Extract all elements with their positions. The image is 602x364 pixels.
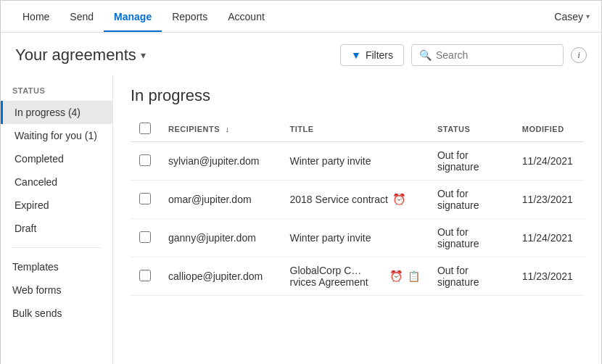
row-modified: 11/24/2021	[514, 219, 584, 257]
row-recipient: ganny@jupiter.dom	[160, 219, 281, 257]
row-title-text: Winter party invite	[290, 155, 371, 167]
row-checkbox-cell	[131, 219, 160, 257]
th-modified: MODIFIED	[514, 117, 584, 142]
sidebar-divider	[12, 247, 101, 248]
row-modified: 11/23/2021	[514, 181, 584, 219]
row-recipient: omar@jupiter.dom	[160, 181, 281, 219]
row-checkbox-1[interactable]	[139, 193, 151, 204]
row-checkbox-3[interactable]	[139, 270, 151, 281]
search-box[interactable]: 🔍	[411, 44, 564, 66]
row-status: Out for signature	[429, 257, 514, 296]
note-icon: 📋	[408, 270, 420, 282]
th-status: STATUS	[429, 117, 514, 142]
row-modified: 11/23/2021	[514, 257, 584, 296]
filter-icon: ▼	[351, 49, 361, 61]
sidebar-item-bulk-sends[interactable]: Bulk sends	[1, 302, 112, 325]
sidebar-item-expired[interactable]: Expired	[1, 194, 112, 217]
info-button[interactable]: i	[571, 47, 587, 63]
nav-items: Home Send Manage Reports Account	[12, 2, 554, 31]
agreements-title-area: Your agreements ▾	[15, 46, 146, 65]
sidebar-item-templates[interactable]: Templates	[1, 255, 112, 278]
filter-button[interactable]: ▼ Filters	[340, 44, 404, 66]
table-row: calliope@jupiter.domGlobalCorp C…rvices …	[131, 257, 584, 296]
row-status: Out for signature	[429, 219, 514, 257]
row-title: Winter party invite	[281, 142, 429, 181]
filter-button-label: Filters	[366, 49, 393, 61]
top-navigation: Home Send Manage Reports Account Casey ▾	[1, 1, 601, 33]
row-checkbox-cell	[131, 142, 160, 181]
agreements-table: RECIPIENTS ↓ TITLE STATUS MODIFIED sylvi…	[131, 117, 584, 296]
row-checkbox-2[interactable]	[139, 231, 151, 243]
search-icon: 🔍	[419, 49, 432, 61]
row-title: Winter party invite	[281, 219, 429, 257]
user-menu-caret: ▾	[586, 12, 590, 20]
table-row: sylvian@jupiter.domWinter party inviteOu…	[131, 142, 584, 181]
reminder-icon: ⏰	[389, 270, 403, 283]
row-title-text: 2018 Service contract	[290, 194, 388, 205]
nav-item-send[interactable]: Send	[59, 2, 104, 31]
reminder-icon: ⏰	[392, 193, 406, 206]
row-status: Out for signature	[429, 142, 514, 181]
row-checkbox-cell	[131, 181, 160, 219]
row-checkbox-0[interactable]	[139, 154, 151, 166]
th-recipients[interactable]: RECIPIENTS ↓	[160, 117, 281, 142]
th-recipients-label: RECIPIENTS	[168, 125, 220, 133]
sidebar-item-web-forms[interactable]: Web forms	[1, 278, 112, 302]
th-title: TITLE	[281, 117, 429, 142]
sidebar-item-draft[interactable]: Draft	[1, 217, 112, 240]
agreements-title-text: Your agreements	[15, 46, 136, 65]
table-header-row: RECIPIENTS ↓ TITLE STATUS MODIFIED	[131, 117, 584, 142]
sidebar-item-waiting[interactable]: Waiting for you (1)	[1, 124, 112, 147]
recipients-sort-icon: ↓	[226, 125, 230, 133]
row-title: GlobalCorp C…rvices Agreement⏰📋	[281, 257, 429, 296]
row-recipient: sylvian@jupiter.dom	[160, 142, 281, 181]
table-row: ganny@jupiter.domWinter party inviteOut …	[131, 219, 584, 257]
search-input[interactable]	[436, 49, 556, 61]
agreements-dropdown-chevron[interactable]: ▾	[141, 49, 146, 61]
row-checkbox-cell	[131, 257, 160, 296]
sidebar-item-completed[interactable]: Completed	[1, 147, 112, 170]
sidebar-item-canceled[interactable]: Canceled	[1, 170, 112, 194]
header-actions: ▼ Filters 🔍 i	[340, 44, 587, 66]
row-recipient: calliope@jupiter.dom	[160, 257, 281, 296]
row-title: 2018 Service contract⏰	[281, 181, 429, 219]
main-layout: STATUS In progress (4) Waiting for you (…	[1, 75, 601, 364]
row-modified: 11/24/2021	[514, 142, 584, 181]
page-header: Your agreements ▾ ▼ Filters 🔍 i	[1, 33, 601, 75]
user-name: Casey	[554, 11, 583, 22]
sidebar-status-label: STATUS	[1, 86, 112, 101]
sidebar-item-in-progress[interactable]: In progress (4)	[1, 101, 112, 124]
row-title-text: Winter party invite	[290, 232, 371, 244]
nav-item-manage[interactable]: Manage	[104, 2, 162, 31]
row-status: Out for signature	[429, 181, 514, 219]
table-row: omar@jupiter.dom2018 Service contract⏰Ou…	[131, 181, 584, 219]
content-area: In progress RECIPIENTS ↓ TITLE STATUS MO…	[113, 75, 601, 364]
header-checkbox[interactable]	[139, 123, 151, 134]
nav-item-account[interactable]: Account	[218, 2, 275, 31]
th-checkbox	[131, 117, 160, 142]
sidebar: STATUS In progress (4) Waiting for you (…	[1, 75, 113, 364]
row-title-text: GlobalCorp C…rvices Agreement	[290, 265, 385, 288]
user-menu[interactable]: Casey ▾	[554, 11, 590, 22]
nav-item-home[interactable]: Home	[12, 2, 59, 31]
content-title: In progress	[131, 86, 584, 105]
nav-item-reports[interactable]: Reports	[162, 2, 218, 31]
